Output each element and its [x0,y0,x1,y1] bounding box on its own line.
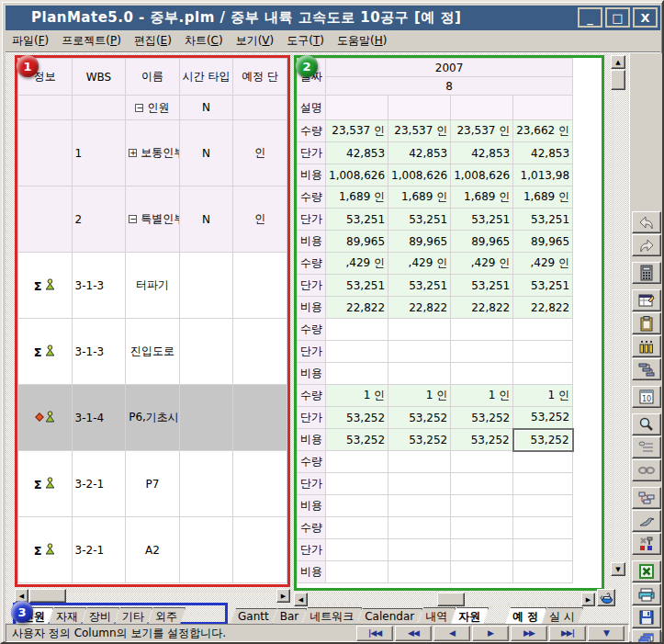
row-label[interactable]: 단가 [298,209,326,231]
name-cell[interactable]: +보통인부 [126,120,180,186]
value-cell[interactable] [513,561,573,583]
unit-cell[interactable]: 인 [233,120,287,186]
time-type-cell[interactable]: N [179,120,233,186]
time-type-cell[interactable] [179,319,233,385]
task-row[interactable]: Σ3-2-1P7 [18,451,287,517]
info-cell[interactable] [18,120,73,186]
task-grid-panel[interactable]: 정보WBS이름시간 타입예정 단−인원N1+보통인부N인2−특별인부N인Σ3-1… [15,55,290,587]
value-cell[interactable] [451,341,513,363]
scroll-right-icon[interactable]: ▶ [276,589,290,603]
value-cell[interactable] [451,495,513,517]
value-cell[interactable]: 89,965 [326,231,388,253]
wbs-cell[interactable]: 3-2-1 [72,517,126,583]
value-cell[interactable]: 53,251 [513,209,573,231]
v-scroll-thumb[interactable] [611,70,625,90]
value-cell[interactable] [513,539,573,561]
scroll-down-icon[interactable]: ▼ [611,562,625,576]
value-cell[interactable] [388,319,451,341]
value-cell[interactable]: 1,008,626 [326,164,388,186]
task-row[interactable]: 3-1-4P6,기초시 [18,385,287,451]
row-label[interactable]: 수량 [298,120,326,142]
value-cell[interactable]: 1 인 [451,385,513,407]
value-cell[interactable]: 53,252 [451,407,513,429]
info-cell[interactable]: Σ [18,517,73,583]
value-cell[interactable]: 22,822 [513,297,573,319]
value-cell[interactable]: 42,853 [388,142,451,164]
row-label[interactable]: 비용 [298,429,326,451]
calendar-button[interactable]: 10 [632,386,661,408]
value-cell[interactable]: 22,822 [451,297,513,319]
value-cell[interactable] [388,561,451,583]
name-cell[interactable]: −특별인부 [126,186,180,253]
value-cell[interactable]: ,429 인 [388,253,451,275]
value-cell[interactable] [388,495,451,517]
info-cell[interactable] [18,96,73,120]
left-h-scroll-thumb[interactable] [29,589,66,603]
year-header[interactable]: 2007 [326,59,573,77]
time-type-cell[interactable] [179,517,233,583]
value-cell-cursor[interactable]: 53,252 [513,429,573,451]
print-button[interactable] [632,583,661,605]
wbs-cell[interactable]: 2 [72,186,126,253]
value-cell[interactable]: 42,853 [451,142,513,164]
value-cell[interactable] [326,539,388,561]
wbs-cell[interactable]: 3-1-3 [72,319,126,385]
value-cell[interactable]: ,429 인 [451,253,513,275]
value-cell[interactable] [513,451,573,473]
value-cell[interactable]: 1,689 인 [388,186,451,209]
value-cell[interactable]: 42,853 [326,142,388,164]
value-cell[interactable]: 23,537 인 [451,120,513,142]
value-cell[interactable]: 42,853 [513,142,573,164]
column-header[interactable]: WBS [72,59,126,96]
wbs-cell[interactable]: 3-1-4 [72,385,126,451]
time-type-cell[interactable]: N [179,186,233,253]
value-cell[interactable]: 53,251 [326,275,388,297]
time-type-cell[interactable] [179,253,233,319]
unit-cell[interactable] [233,385,287,451]
row-label[interactable]: 단가 [298,473,326,495]
info-cell[interactable]: Σ [18,451,73,517]
name-cell[interactable]: P7 [126,451,180,517]
wbs-cell[interactable] [72,96,126,120]
row-label[interactable]: 비용 [298,495,326,517]
value-cell[interactable] [388,539,451,561]
value-cell[interactable] [451,539,513,561]
row-label[interactable]: 수량 [298,385,326,407]
desc-cell[interactable] [388,96,451,120]
value-cell[interactable] [326,473,388,495]
desc-cell[interactable] [513,96,573,120]
value-cell[interactable] [388,341,451,363]
value-cell[interactable]: 53,251 [388,275,451,297]
minimize-button[interactable]: _ [578,7,602,28]
row-label[interactable]: 비용 [298,561,326,583]
value-cell[interactable]: 1,689 인 [513,186,573,209]
name-cell[interactable]: P6,기초시 [126,385,180,451]
value-cell[interactable] [326,517,388,539]
value-cell[interactable]: 1,008,626 [451,164,513,186]
value-cell[interactable]: 22,822 [326,297,388,319]
link-button[interactable] [632,459,661,481]
value-cell[interactable] [388,517,451,539]
undo-button[interactable] [632,211,661,233]
wbs-cell[interactable]: 3-2-1 [72,451,126,517]
value-cell[interactable] [326,561,388,583]
info-cell[interactable]: Σ [18,319,73,385]
v-scrollbar[interactable]: ▲ ▼ [611,55,625,576]
wbs-cell[interactable]: 3-1-3 [72,253,126,319]
unit-cell[interactable] [233,96,287,120]
name-cell[interactable]: −인원 [126,96,180,120]
tree-expand-icon[interactable]: + [129,149,137,157]
zoom-button[interactable] [632,413,661,435]
nav-last-button[interactable]: ▶▶| [549,626,586,641]
row-label[interactable]: 단가 [298,275,326,297]
time-type-cell[interactable] [179,385,233,451]
menu-f[interactable]: 파일(F) [6,30,55,51]
task-row[interactable]: −인원N [18,96,287,120]
row-label[interactable]: 수량 [298,186,326,209]
value-cell[interactable]: 53,251 [451,209,513,231]
save-button[interactable] [632,606,661,628]
menu-t[interactable]: 도구(T) [280,30,331,51]
unit-cell[interactable]: 인 [233,186,287,253]
column-header[interactable]: 예정 단 [233,59,287,96]
tracking-bird-button[interactable] [632,510,661,532]
